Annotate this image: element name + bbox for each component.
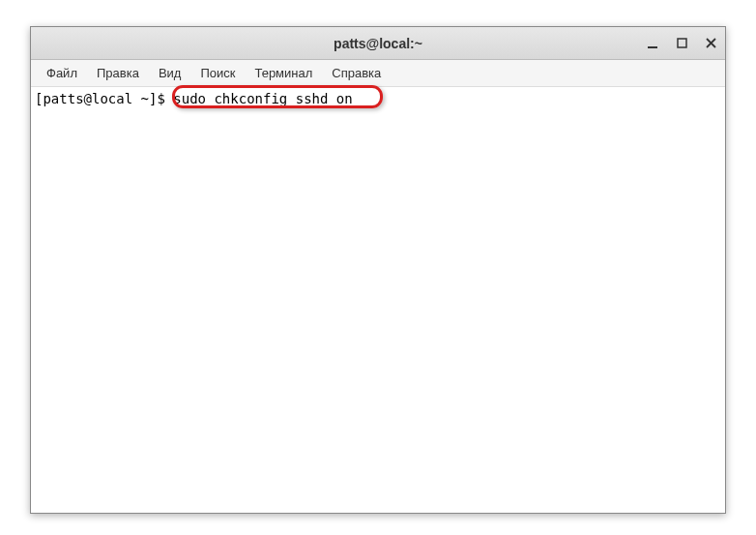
- menu-edit[interactable]: Правка: [87, 62, 149, 84]
- window-controls: [644, 27, 719, 59]
- terminal-window: patts@local:~ Файл Правка Вид: [30, 26, 726, 514]
- maximize-button[interactable]: [673, 35, 690, 52]
- menu-terminal[interactable]: Терминал: [245, 62, 322, 84]
- titlebar: patts@local:~: [31, 27, 725, 60]
- maximize-icon: [677, 38, 687, 48]
- prompt-text: [patts@local ~]$: [35, 91, 173, 106]
- window-title: patts@local:~: [334, 36, 422, 51]
- svg-rect-0: [648, 46, 657, 48]
- menu-view[interactable]: Вид: [149, 62, 191, 84]
- svg-rect-1: [678, 39, 686, 47]
- minimize-icon: [647, 38, 658, 49]
- menu-help[interactable]: Справка: [322, 62, 391, 84]
- menu-search[interactable]: Поиск: [190, 62, 245, 84]
- menu-file[interactable]: Файл: [37, 62, 87, 84]
- command-text: sudo chkconfig sshd on: [173, 91, 352, 106]
- minimize-button[interactable]: [644, 35, 661, 52]
- terminal-body[interactable]: [patts@local ~]$ sudo chkconfig sshd on: [31, 87, 725, 513]
- terminal-line: [patts@local ~]$ sudo chkconfig sshd on: [35, 89, 721, 108]
- menubar: Файл Правка Вид Поиск Терминал Справка: [31, 60, 725, 87]
- close-button[interactable]: [702, 35, 719, 52]
- close-icon: [706, 38, 716, 48]
